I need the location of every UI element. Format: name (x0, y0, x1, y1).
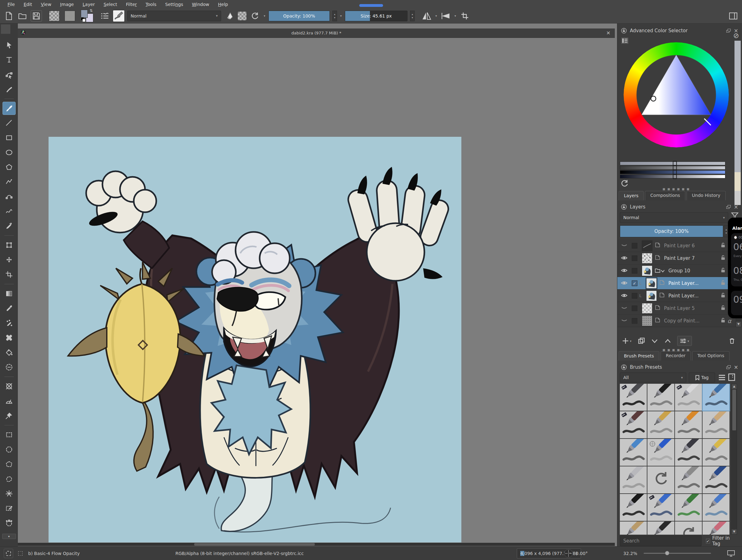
brush-preset[interactable] (702, 494, 730, 521)
pattern-chooser[interactable] (49, 11, 59, 21)
search-input[interactable]: Search (620, 536, 702, 546)
document-tab[interactable]: dabid2.kra (977.7 MiB) * ✕ (18, 29, 615, 38)
edit-shapes-tool[interactable] (2, 68, 16, 81)
move-layer-down-button[interactable] (651, 337, 658, 344)
menu-filter[interactable]: Filter (121, 2, 141, 7)
workspace-chooser-button[interactable] (728, 10, 739, 21)
scroll-down-icon[interactable]: ▼ (736, 322, 741, 327)
layer-row[interactable]: Paint Layer 7α (617, 252, 736, 265)
layer-properties-button[interactable]: ▾ (677, 336, 692, 346)
polygon-selection-tool[interactable] (2, 458, 16, 471)
menu-help[interactable]: Help (214, 2, 232, 7)
float-docker-icon[interactable] (726, 205, 731, 209)
colorize-mask-tool[interactable] (2, 317, 16, 330)
toolbox-overflow-button[interactable]: ▾ (2, 534, 16, 539)
brush-preset[interactable] (702, 439, 730, 466)
menu-image[interactable]: Image (56, 2, 78, 7)
open-document-button[interactable] (17, 10, 28, 21)
brush-preset[interactable] (675, 521, 702, 535)
mirror-horizontal-button[interactable] (421, 10, 432, 21)
brush-preset[interactable] (675, 411, 702, 438)
brush-preset[interactable] (620, 521, 647, 535)
freehand-path-tool[interactable] (2, 205, 16, 218)
visibility-off-icon[interactable] (621, 318, 629, 324)
brush-preset[interactable] (647, 384, 674, 411)
preserve-alpha-button[interactable] (237, 11, 247, 21)
layer-lock-icon[interactable] (721, 242, 726, 249)
visibility-on-icon[interactable] (621, 293, 629, 299)
layer-checkbox[interactable]: ✓ (632, 280, 637, 286)
reload-options-caret[interactable]: ▾ (263, 14, 266, 17)
brush-preset[interactable] (647, 411, 674, 438)
menu-layer[interactable]: Layer (78, 2, 99, 7)
menu-select[interactable]: Select (99, 2, 121, 7)
enclose-fill-tool[interactable] (2, 360, 16, 374)
layer-thumbnail[interactable] (642, 316, 652, 326)
tab-tool-options[interactable]: Tool Options (692, 351, 730, 360)
menu-tools[interactable]: Tools (141, 2, 161, 7)
swap-colors-icon[interactable]: ⇅ (90, 8, 93, 13)
brush-presets-docker-header[interactable]: Brush Presets × (617, 362, 742, 372)
layer-row[interactable]: Group 10α (617, 265, 736, 277)
brush-preset[interactable] (620, 384, 647, 411)
layer-thumbnail[interactable] (642, 240, 652, 251)
layers-docker-header[interactable]: Layers × (617, 202, 742, 212)
tab-layers[interactable]: Layers (619, 191, 644, 200)
toolbox-header[interactable] (1, 24, 10, 34)
refresh-color-history-icon[interactable] (621, 179, 629, 187)
layer-row[interactable]: LPaint Layer...α (617, 289, 736, 302)
layer-lock-icon[interactable] (721, 280, 726, 286)
document-close-icon[interactable]: ✕ (606, 30, 611, 36)
no-color-icon[interactable]: ⊘ (733, 32, 739, 40)
brush-preset[interactable] (702, 411, 730, 438)
layer-thumbnail[interactable] (642, 303, 652, 314)
move-tool[interactable] (2, 253, 16, 266)
filter-in-tag-checkbox[interactable]: ✓ Filter in Tag (706, 535, 736, 547)
layer-thumbnail[interactable] (646, 278, 657, 289)
brush-preset[interactable] (620, 439, 647, 466)
layer-lock-icon[interactable] (721, 318, 726, 324)
recent-color-swatch[interactable] (735, 41, 741, 172)
fill-tool[interactable] (2, 346, 16, 359)
sv-triangle[interactable] (641, 55, 711, 115)
shape-select-tool[interactable] (2, 39, 16, 52)
measure-tool[interactable] (2, 394, 16, 407)
tab-undo-history[interactable]: Undo History (687, 191, 726, 200)
scroll-down-icon[interactable]: ▼ (732, 529, 737, 534)
menu-view[interactable]: View (37, 2, 56, 7)
similar-color-selection-tool[interactable] (2, 502, 16, 515)
add-layer-button[interactable]: ▾ (622, 337, 632, 344)
brush-preset[interactable] (675, 466, 702, 493)
ellipse-tool[interactable] (2, 146, 16, 159)
rotation-dial-icon[interactable] (564, 549, 573, 558)
contiguous-selection-tool[interactable] (2, 487, 16, 500)
brush-preset[interactable] (702, 521, 730, 535)
reload-preset-button[interactable] (249, 10, 261, 21)
menu-edit[interactable]: Edit (19, 2, 36, 7)
mirror-horizontal-caret[interactable]: ▾ (435, 14, 437, 17)
transform-tool[interactable] (2, 238, 16, 252)
layer-row[interactable]: Paint Layer 5α (617, 302, 736, 315)
color-wheel[interactable] (624, 42, 729, 148)
brush-preset[interactable] (620, 411, 647, 438)
visibility-on-icon[interactable] (621, 280, 629, 286)
shade-slider[interactable] (620, 175, 726, 178)
brush-preset[interactable] (647, 439, 674, 466)
brush-preset[interactable] (675, 494, 702, 521)
scroll-up-icon[interactable]: ▲ (732, 384, 737, 389)
float-docker-icon[interactable] (726, 365, 731, 369)
duplicate-layer-button[interactable] (638, 337, 645, 344)
tag-button[interactable]: Tag (689, 373, 715, 383)
selection-mode-icon[interactable] (4, 549, 13, 558)
rectangle-tool[interactable] (2, 131, 16, 144)
layer-checkbox[interactable] (632, 305, 637, 311)
layer-thumbnail[interactable] (646, 290, 657, 301)
brush-preset[interactable] (620, 466, 647, 493)
shade-slider[interactable] (620, 170, 726, 174)
opacity-options-caret[interactable]: ▾ (339, 14, 342, 17)
opacity-spinner[interactable]: ▴▾ (332, 11, 337, 21)
recent-color-swatch[interactable] (735, 172, 741, 191)
delete-layer-button[interactable] (728, 337, 736, 344)
polyline-tool[interactable] (2, 175, 16, 188)
line-tool[interactable] (2, 116, 16, 129)
